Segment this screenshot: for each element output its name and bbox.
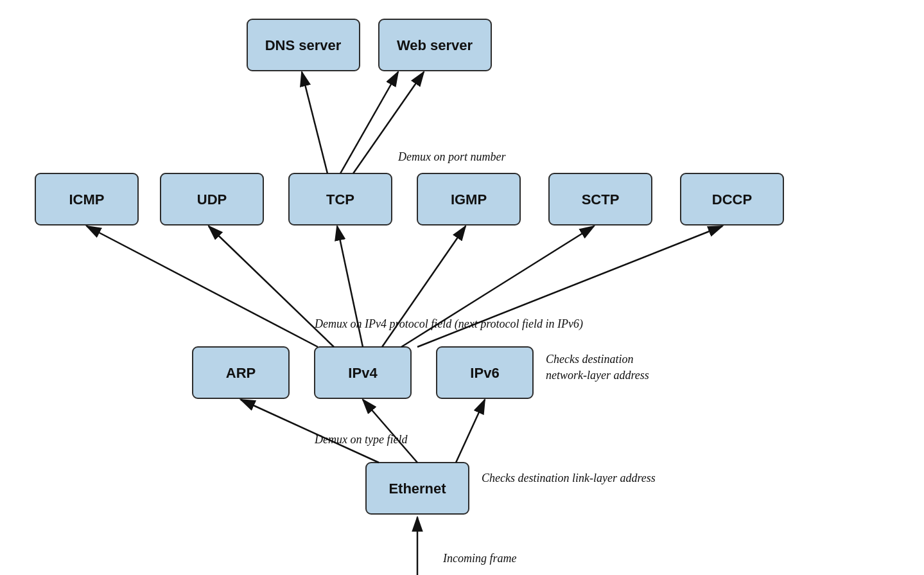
label-demux-type: Demux on type field [314,433,408,446]
ipv6-label: IPv6 [470,365,499,381]
icmp-label: ICMP [69,191,105,208]
ethernet-label: Ethernet [388,481,446,497]
ipv4-label: IPv4 [348,365,378,381]
label-checks-network-1: Checks destination [546,353,633,366]
sctp-label: SCTP [582,191,620,208]
arrow-eth-arp [241,400,379,463]
diagram-container: Incoming frame Ethernet Checks destinati… [0,0,924,575]
label-checks-network-2: network-layer address [546,369,649,382]
label-incoming-frame: Incoming frame [442,552,516,565]
label-demux-ipv4: Demux on IPv4 protocol field (next proto… [314,317,583,331]
arrow-tcp-dns [302,72,327,173]
arrow-eth-ipv6 [456,400,485,463]
web-server-label: Web server [397,37,473,53]
arp-label: ARP [226,365,256,381]
label-demux-port: Demux on port number [397,150,506,163]
label-checks-link: Checks destination link-layer address [482,472,656,484]
udp-label: UDP [197,191,227,208]
dccp-label: DCCP [712,191,752,208]
arrow-eth-ipv4 [363,400,417,463]
tcp-label: TCP [326,191,354,208]
arrow-ip-icmp [87,226,318,347]
igmp-label: IGMP [451,191,487,208]
dns-server-label: DNS server [265,37,342,53]
